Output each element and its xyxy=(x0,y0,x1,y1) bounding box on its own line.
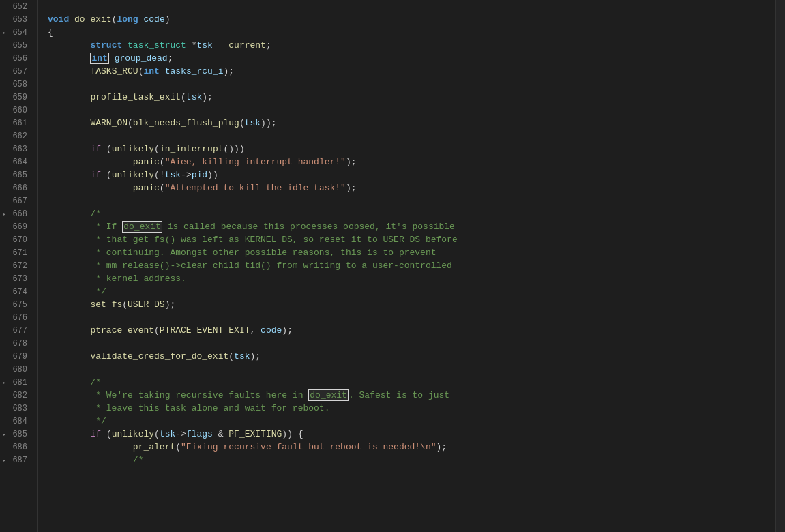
code-line xyxy=(48,311,775,324)
code-line: * continuing. Amongst other possible rea… xyxy=(48,246,775,259)
line-number: 673 xyxy=(3,272,31,285)
code-line: /* xyxy=(48,207,775,220)
line-number: 684 xyxy=(3,415,31,428)
code-line: TASKS_RCU(int tasks_rcu_i); xyxy=(48,65,775,78)
line-number: 683 xyxy=(3,402,31,415)
code-container: 652653▸654655656657658659660661662663664… xyxy=(0,0,785,532)
line-number: 663 xyxy=(3,143,31,156)
code-content[interactable]: void do_exit(long code){ struct task_str… xyxy=(38,0,775,532)
code-line: */ xyxy=(48,285,775,298)
code-line: validate_creds_for_do_exit(tsk); xyxy=(48,350,775,363)
code-line: int group_dead; xyxy=(48,52,775,65)
line-number: 653 xyxy=(3,13,31,26)
line-number: 660 xyxy=(3,104,31,117)
line-number: 658 xyxy=(3,78,31,91)
line-number: 679 xyxy=(3,350,31,363)
line-number: 664 xyxy=(3,156,31,168)
code-line: panic("Aiee, killing interrupt handler!"… xyxy=(48,156,775,168)
code-line xyxy=(48,337,775,350)
line-number: 670 xyxy=(3,233,31,246)
code-line: panic("Attempted to kill the idle task!"… xyxy=(48,181,775,194)
line-number: 671 xyxy=(3,246,31,259)
line-number: ▸668 xyxy=(3,207,31,220)
line-number: 674 xyxy=(3,285,31,298)
code-line: /* xyxy=(48,376,775,389)
line-number: ▸654 xyxy=(3,26,31,39)
scrollbar[interactable] xyxy=(775,0,785,532)
code-line xyxy=(48,194,775,207)
line-numbers: 652653▸654655656657658659660661662663664… xyxy=(0,0,38,532)
code-line: if (unlikely(!tsk->pid)) xyxy=(48,168,775,181)
line-number: 655 xyxy=(3,39,31,52)
code-line: * that get_fs() was left as KERNEL_DS, s… xyxy=(48,233,775,246)
code-line: ptrace_event(PTRACE_EVENT_EXIT, code); xyxy=(48,324,775,337)
line-number: ▸685 xyxy=(3,428,31,441)
line-number: 662 xyxy=(3,130,31,143)
code-line: * If do_exit is called because this proc… xyxy=(48,220,775,233)
line-number: 675 xyxy=(3,298,31,311)
line-number: 672 xyxy=(3,259,31,272)
code-line: * We're taking recursive faults here in … xyxy=(48,389,775,402)
code-line: */ xyxy=(48,415,775,428)
code-line: * mm_release()->clear_child_tid() from w… xyxy=(48,259,775,272)
line-number: 665 xyxy=(3,168,31,181)
code-line: * kernel address. xyxy=(48,272,775,285)
code-line xyxy=(48,104,775,117)
line-number: 677 xyxy=(3,324,31,337)
line-number: 669 xyxy=(3,220,31,233)
line-number: 676 xyxy=(3,311,31,324)
line-number: 657 xyxy=(3,65,31,78)
line-number: 678 xyxy=(3,337,31,350)
line-number: 667 xyxy=(3,194,31,207)
code-line: { xyxy=(48,26,775,39)
line-number: 666 xyxy=(3,181,31,194)
code-line: struct task_struct *tsk = current; xyxy=(48,39,775,52)
code-line: set_fs(USER_DS); xyxy=(48,298,775,311)
code-line: * leave this task alone and wait for reb… xyxy=(48,402,775,415)
line-number: 680 xyxy=(3,363,31,376)
code-line: pr_alert("Fixing recursive fault but reb… xyxy=(48,441,775,454)
code-line xyxy=(48,130,775,143)
code-line: if (unlikely(tsk->flags & PF_EXITING)) { xyxy=(48,428,775,441)
code-line: /* xyxy=(48,454,775,467)
code-line xyxy=(48,363,775,376)
line-number: 656 xyxy=(3,52,31,65)
line-number: 659 xyxy=(3,91,31,104)
line-number: 661 xyxy=(3,117,31,130)
line-number: 682 xyxy=(3,389,31,402)
line-number: 652 xyxy=(3,0,31,13)
line-number: 686 xyxy=(3,441,31,454)
line-number: ▸681 xyxy=(3,376,31,389)
code-line: profile_task_exit(tsk); xyxy=(48,91,775,104)
code-line: void do_exit(long code) xyxy=(48,13,775,26)
code-line xyxy=(48,78,775,91)
line-number: ▸687 xyxy=(3,454,31,467)
code-line: WARN_ON(blk_needs_flush_plug(tsk)); xyxy=(48,117,775,130)
code-line xyxy=(48,0,775,13)
code-line: if (unlikely(in_interrupt())) xyxy=(48,143,775,156)
